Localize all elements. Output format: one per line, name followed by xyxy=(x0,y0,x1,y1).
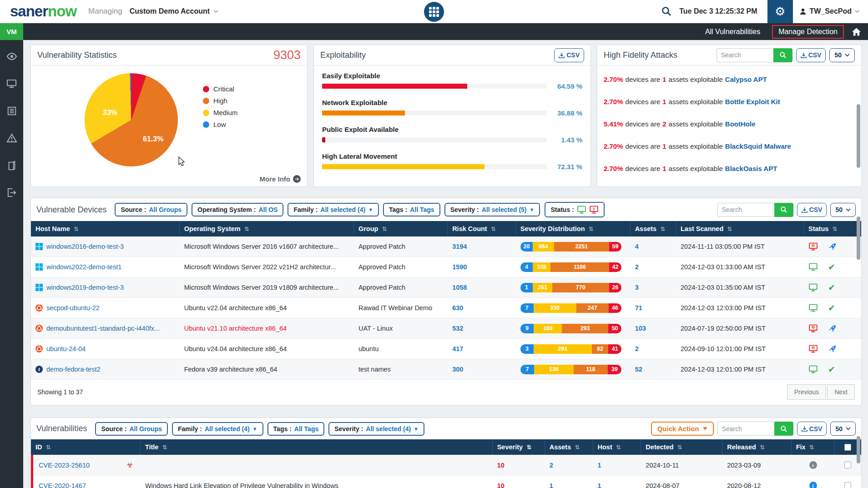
risk-count[interactable]: 1058 xyxy=(452,284,467,291)
csv-export-button[interactable]: CSV xyxy=(554,48,584,62)
host-link[interactable]: secpod-ubuntu-22 xyxy=(46,304,100,312)
quick-action-button[interactable]: Quick Action xyxy=(651,422,714,436)
assets-count[interactable]: 2 xyxy=(550,462,553,469)
host-link[interactable]: ubuntu-24-04 xyxy=(46,345,86,352)
severity-bar[interactable]: 20864225159 xyxy=(520,242,622,252)
sidebar-item-alerts[interactable] xyxy=(0,127,23,149)
column-header[interactable]: Fix⇅ xyxy=(792,439,835,455)
host-link[interactable]: windows2022-demo-test1 xyxy=(46,263,121,271)
column-header[interactable]: Host⇅ xyxy=(593,439,641,455)
info-icon[interactable]: i xyxy=(809,482,817,488)
assets-count[interactable]: 2 xyxy=(635,345,639,352)
column-header[interactable]: Assets⇅ xyxy=(631,221,676,236)
home-icon[interactable] xyxy=(852,28,861,36)
devices-filter-2[interactable]: Family :All selected (4)▼ xyxy=(288,203,379,216)
scrollbar-thumb[interactable] xyxy=(857,216,860,260)
page-size-select[interactable]: 50 xyxy=(830,203,856,217)
column-header[interactable]: Host Name⇅ xyxy=(31,221,180,236)
assets-count[interactable]: 3 xyxy=(635,284,639,291)
column-header[interactable]: Status⇅ xyxy=(804,221,861,236)
hfa-attack-link[interactable]: BootHole xyxy=(725,120,756,128)
severity-bar[interactable]: 733024746 xyxy=(520,303,622,313)
severity-bar[interactable]: 32918241 xyxy=(520,344,622,354)
csv-export-button[interactable]: CSV xyxy=(797,203,827,217)
severity-bar[interactable]: 713611839 xyxy=(520,365,622,374)
filter-status[interactable]: Status : xyxy=(545,202,604,217)
severity-pie-chart[interactable]: 33% 61.3% xyxy=(85,73,178,166)
host-link[interactable]: windows2016-demo-test-3 xyxy=(46,243,124,250)
sidebar-item-visibility[interactable] xyxy=(0,45,23,67)
risk-count[interactable]: 532 xyxy=(452,325,463,332)
assets-count[interactable]: 1 xyxy=(550,482,553,488)
sidebar-item-reports[interactable] xyxy=(0,100,23,122)
csv-export-button[interactable]: CSV xyxy=(797,422,827,436)
vulns-filter-2[interactable]: Tags :All Tags xyxy=(267,422,325,436)
column-header[interactable]: Risk Count⇅ xyxy=(448,221,516,236)
column-header[interactable]: Assets⇅ xyxy=(545,439,593,455)
previous-page-button[interactable]: Previous xyxy=(787,384,826,400)
devices-filter-4[interactable]: Severity :All selected (5)▼ xyxy=(444,203,540,216)
risk-count[interactable]: 3194 xyxy=(452,243,467,250)
row-checkbox[interactable] xyxy=(844,462,851,468)
column-header[interactable]: Released⇅ xyxy=(722,439,791,455)
tab-manage-detection[interactable]: Manage Detection xyxy=(772,25,844,39)
devices-search-button[interactable] xyxy=(774,203,793,217)
devices-search-input[interactable] xyxy=(717,203,774,217)
hfa-attack-link[interactable]: BlackSquid Malware xyxy=(725,142,791,150)
app-grid-button[interactable] xyxy=(424,2,444,22)
column-header[interactable]: Severity⇅ xyxy=(493,439,545,455)
sanernow-logo[interactable]: sanernow xyxy=(10,3,76,20)
severity-bar[interactable]: 4358118642 xyxy=(520,262,622,272)
vulns-filter-0[interactable]: Source :All Groups xyxy=(95,422,168,436)
devices-filter-3[interactable]: Tags :All Tags xyxy=(383,203,440,216)
hfa-attack-link[interactable]: BlackOasis APT xyxy=(725,165,777,172)
assets-count[interactable]: 4 xyxy=(635,243,639,250)
risk-count[interactable]: 1590 xyxy=(452,263,467,271)
sidebar-item-vm[interactable]: VM xyxy=(0,23,23,40)
column-header[interactable]: Title⇅ xyxy=(141,439,493,455)
scrollbar-thumb[interactable] xyxy=(857,436,860,463)
page-size-select[interactable]: 50 xyxy=(830,422,856,436)
sidebar-item-docs[interactable] xyxy=(0,154,23,176)
risk-count[interactable]: 630 xyxy=(452,304,463,312)
settings-button[interactable]: ⚙ xyxy=(767,0,793,23)
tab-all-vulnerabilities[interactable]: All Vulnerabilities xyxy=(705,28,760,36)
row-checkbox[interactable] xyxy=(844,482,851,488)
assets-count[interactable]: 71 xyxy=(635,304,642,312)
column-header[interactable]: Detected⇅ xyxy=(641,439,722,455)
vulns-search-input[interactable] xyxy=(717,422,774,436)
devices-filter-0[interactable]: Source :All Groups xyxy=(115,203,187,216)
risk-count[interactable]: 417 xyxy=(452,345,463,352)
devices-filter-1[interactable]: Operating System :All OS xyxy=(192,203,283,216)
host-count[interactable]: 1 xyxy=(598,482,601,488)
vulns-filter-3[interactable]: Severity :All selected (4)▼ xyxy=(328,422,424,436)
column-header[interactable]: ID⇅ xyxy=(31,439,141,455)
severity-bar[interactable]: 126177026 xyxy=(520,283,622,292)
assets-count[interactable]: 103 xyxy=(635,325,646,332)
column-header[interactable]: Severity Distribution⇅ xyxy=(516,221,631,236)
account-selector[interactable]: Custom Demo Account xyxy=(130,7,218,15)
search-icon[interactable] xyxy=(661,6,672,17)
cve-link[interactable]: CVE-2023-25610 xyxy=(39,462,90,469)
assets-count[interactable]: 52 xyxy=(635,366,642,373)
user-menu[interactable]: TW_SecPod xyxy=(793,7,868,15)
info-icon[interactable]: i xyxy=(809,461,817,469)
sidebar-item-devices[interactable] xyxy=(0,72,23,95)
cve-link[interactable]: CVE-2020-1467 xyxy=(39,482,86,488)
column-header[interactable]: Last Scanned⇅ xyxy=(676,221,804,236)
hfa-attack-link[interactable]: Bottle Exploit Kit xyxy=(725,98,780,106)
hfa-search-input[interactable] xyxy=(717,48,773,62)
page-size-select[interactable]: 50 xyxy=(829,48,855,62)
select-all-checkbox[interactable] xyxy=(844,444,851,451)
sidebar-item-logout[interactable] xyxy=(0,181,23,204)
column-header[interactable]: Group⇅ xyxy=(354,221,448,236)
host-count[interactable]: 1 xyxy=(598,462,601,469)
assets-count[interactable]: 2 xyxy=(635,263,639,271)
host-link[interactable]: demoubuntutest1-standard-pc-i440fx... xyxy=(46,325,160,332)
host-link[interactable]: demo-fedora-test2 xyxy=(46,366,100,373)
host-link[interactable]: windows2019-demo-test-3 xyxy=(46,284,124,291)
next-page-button[interactable]: Next xyxy=(827,384,855,400)
vulns-search-button[interactable] xyxy=(774,422,793,436)
severity-bar[interactable]: 918029350 xyxy=(520,324,622,333)
column-header[interactable]: Operating System⇅ xyxy=(180,221,354,236)
